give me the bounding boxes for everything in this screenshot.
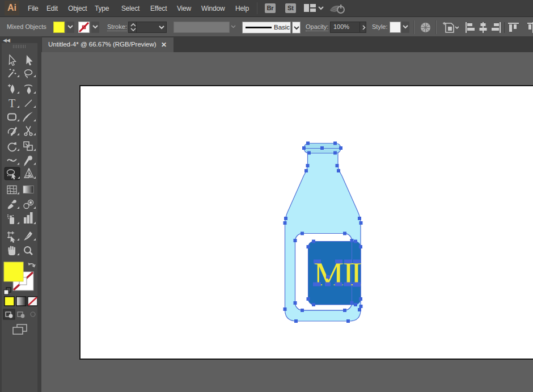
svg-text:T: T [9, 97, 15, 109]
